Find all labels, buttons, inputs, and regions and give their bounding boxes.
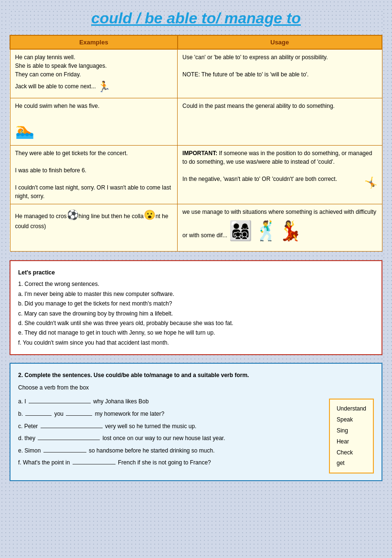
practice-sentence-b: b. Did you manage to get the tickets for…	[18, 299, 374, 308]
verb-get: get	[337, 458, 366, 469]
verb-box: Understand Speak Sing Hear Check get	[329, 399, 374, 474]
complete-sentence-b: b. you my homework for me later?	[18, 409, 374, 420]
table-cell-example-3: They were able to get tickets for the co…	[10, 146, 178, 204]
complete-section: 2. Complete the sentences. Use could/be …	[10, 363, 382, 481]
practice-sentence-d: d. She couldn't walk until she was three…	[18, 318, 374, 328]
complete-sentence-d: d. they lost once on our way to our new …	[18, 433, 374, 444]
complete-sentence-e: e. Simon so handsome before he started d…	[18, 446, 374, 456]
table-cell-example-2: He could swim when he was five. 🏊	[10, 98, 178, 146]
complete-sentence-a: a. I why Johana likes Bob	[18, 397, 374, 407]
table-cell-usage-1: Use 'can' or 'be able to' to express an …	[178, 49, 382, 98]
practice-sentence-c: c. Mary can save the drowning boy by thr…	[18, 309, 374, 318]
grammar-table: Examples Usage He can play tennis well. …	[10, 35, 382, 252]
complete-sentence-f: f. What's the point in French if she is …	[18, 458, 374, 468]
page-title: could / be able to/ manage to	[10, 10, 382, 27]
complete-sentence-c: c. Peter very well so he turned the musi…	[18, 421, 374, 432]
practice-sentence-a: a. I'm never being able to master this n…	[18, 289, 374, 299]
table-cell-usage-4: we use manage to with situations where s…	[178, 204, 382, 252]
practice-sentence-f: f. You couldn't swim since you had that …	[18, 338, 374, 347]
complete-subtitle: Choose a verb from the box	[18, 383, 374, 393]
table-cell-usage-3: IMPORTANT: If someone was in the positio…	[178, 146, 382, 204]
verb-understand: Understand	[337, 403, 366, 414]
verb-hear: Hear	[337, 436, 366, 447]
table-cell-example-1: He can play tennis well. She is able to …	[10, 49, 178, 98]
table-cell-usage-2: Could in the past means the general abil…	[178, 98, 382, 146]
table-row: He managed to cros⚽hing line but then he…	[10, 204, 382, 252]
practice-instruction: 1. Correct the wrong sentences.	[18, 279, 374, 289]
table-row: He can play tennis well. She is able to …	[10, 49, 382, 98]
verb-speak: Speak	[337, 414, 366, 425]
practice-sentence-e: e. They did not manage to get in touch w…	[18, 328, 374, 337]
practice-section: Let's practice 1. Correct the wrong sent…	[10, 260, 382, 355]
table-row: He could swim when he was five. 🏊 Could …	[10, 98, 382, 146]
table-cell-example-4: He managed to cros⚽hing line but then he…	[10, 204, 178, 252]
table-header-examples: Examples	[10, 35, 178, 49]
table-row: They were able to get tickets for the co…	[10, 146, 382, 204]
complete-title: 2. Complete the sentences. Use could/be …	[18, 370, 374, 381]
verb-sing: Sing	[337, 425, 366, 436]
practice-title: Let's practice	[18, 268, 374, 277]
table-header-usage: Usage	[178, 35, 382, 49]
verb-check: Check	[337, 447, 366, 458]
